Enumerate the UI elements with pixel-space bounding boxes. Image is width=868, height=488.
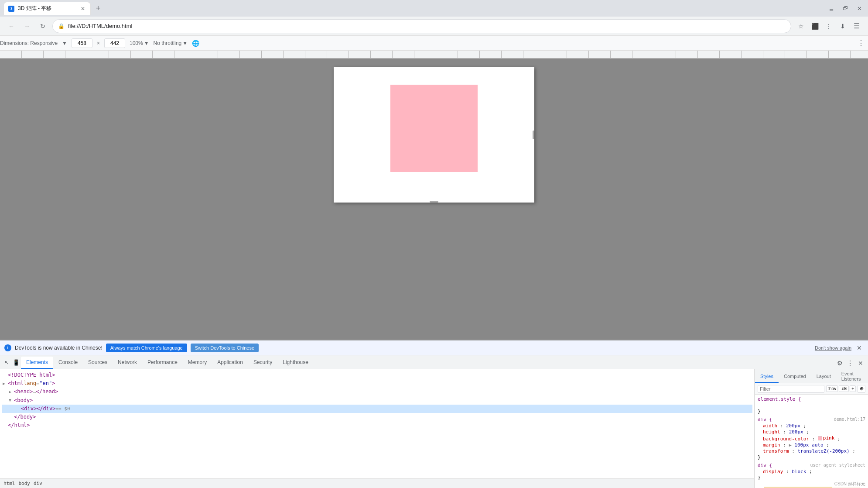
throttle-select[interactable]: No throttling ▼ [154,40,188,46]
tab-network[interactable]: Network [113,357,142,369]
devtools-content: <!DOCTYPE html> ▶ <html lang = "en" > [0,369,868,488]
tab-security[interactable]: Security [248,357,277,369]
box-model-section: margin 100 - 121 121 border - [758,483,865,488]
styles-sub-tabs: Styles Computed Layout Event Listeners >… [755,369,868,383]
title-bar: 3 3D 矩阵 - 平移 ✕ + 🗕 🗗 ✕ [0,0,868,17]
pseudo-filter-button[interactable]: :hov [826,385,838,392]
inspector-icon-button[interactable]: ↖ [2,357,11,368]
bm-margin-zone: margin 100 - 121 121 [764,487,860,488]
dimensions-x: × [97,40,100,46]
styles-tab-computed[interactable]: Computed [779,371,811,383]
css-prop-display: display : block ; [763,469,865,474]
window-controls: 🗕 🗗 ✕ [826,3,865,14]
css-prop-background-color: background-color : pink ; [763,435,865,442]
more-options-button[interactable]: ⋮ [858,39,868,47]
css-prop-margin: margin : ▶ 100px auto ; [763,442,865,448]
html-line-doctype[interactable]: <!DOCTYPE html> [2,371,752,379]
menu-button[interactable]: ☰ [851,20,863,32]
tab-memory[interactable]: Memory [183,357,212,369]
box-model-diagram: margin 100 - 121 121 border - [764,487,860,488]
device-toggle-button[interactable]: 📱 [11,357,21,368]
css-rule-element-style: element.style { } [758,396,865,414]
devtools-notification: i DevTools is now available in Chinese! … [0,340,868,355]
html-line-body[interactable]: ▼ <body> [2,396,752,405]
html-line-div[interactable]: <div></div> == $0 [2,405,752,413]
css-prop-width: width : 200px ; [763,423,865,429]
html-tree-panel: <!DOCTYPE html> ▶ <html lang = "en" > [0,369,755,488]
address-bar: ← → ↻ 🔒 file:///D:/HTML/demo.html ☆ ⬛ ⋮ … [0,17,868,36]
tab-favicon: 3 [8,6,14,12]
styles-tab-more[interactable]: >> [866,371,868,383]
styles-filter-bar: :hov .cls + ⊕ [755,383,868,395]
tab-console[interactable]: Console [53,357,83,369]
window-close-button[interactable]: ✕ [854,3,865,14]
downloads-button[interactable]: ⬇ [837,20,849,32]
styles-panel: Styles Computed Layout Event Listeners >… [755,369,868,488]
bookmark-button[interactable]: ☆ [795,20,807,32]
url-text: file:///D:/HTML/demo.html [68,23,786,29]
height-input[interactable] [104,38,125,48]
styles-tab-event-listeners[interactable]: Event Listeners [836,371,866,383]
width-input[interactable] [72,38,92,48]
tab-sources[interactable]: Sources [83,357,113,369]
styles-filter-input[interactable] [758,385,824,393]
resize-bar-right[interactable] [533,131,534,139]
network-info-icon[interactable]: 🌐 [192,40,199,47]
breadcrumb-body[interactable]: body [19,481,31,486]
window-minimize-button[interactable]: 🗕 [826,3,837,14]
resize-bar-bottom[interactable] [430,201,438,203]
tab-performance[interactable]: Performance [142,357,183,369]
html-line-html[interactable]: ▶ <html lang = "en" > [2,379,752,388]
browser-actions: ☆ ⬛ ⋮ ⬇ ☰ [795,20,863,32]
dimensions-dropdown-icon[interactable]: ▼ [62,40,67,46]
html-line-body-close[interactable]: </body> [2,413,752,421]
devtools-more-button[interactable]: ⋮ [845,358,855,368]
devtools-tabs-list: ↖ 📱 Elements Console Sources Network [0,355,832,369]
browser-window: 3 3D 矩阵 - 平移 ✕ + 🗕 🗗 ✕ ← → ↻ 🔒 file:///D… [0,0,868,488]
tab-application[interactable]: Application [212,357,248,369]
notification-close-button[interactable]: ✕ [855,344,864,352]
devtools-tab-actions: ⚙ ⋮ ✕ [832,358,868,368]
tab-title: 3D 矩阵 - 平移 [18,5,76,12]
dont-show-again-button[interactable]: Don't show again [815,345,851,351]
viewport-area [0,58,868,340]
forward-button[interactable]: → [21,20,33,32]
breadcrumb-div[interactable]: div [34,481,42,486]
match-language-button[interactable]: Always match Chrome's language [106,344,187,352]
class-filter-button[interactable]: .cls [839,385,849,392]
color-swatch[interactable] [818,436,822,440]
switch-to-chinese-button[interactable]: Switch DevTools to Chinese [191,344,259,352]
devtools-settings-button[interactable]: ⚙ [835,358,844,368]
html-line-html-close[interactable]: </html> [2,421,752,430]
responsive-toolbar: Dimensions: Responsive ▼ × 100% ▼ No thr… [0,36,868,51]
devtools-close-button[interactable]: ✕ [856,358,865,368]
main-content: i DevTools is now available in Chinese! … [0,58,868,488]
css-source-link[interactable]: demo.html:17 [834,417,865,423]
styles-tab-layout[interactable]: Layout [811,371,836,383]
demo-pink-div [390,85,478,172]
page-resize-handle-right[interactable] [533,131,534,139]
more-tools-button[interactable]: ⋮ [823,20,835,32]
url-input[interactable]: 🔒 file:///D:/HTML/demo.html [52,19,791,33]
css-prop-height: height : 200px ; [763,429,865,435]
tab-close-button[interactable]: ✕ [80,6,86,12]
breadcrumb-html[interactable]: html [3,481,15,486]
zoom-select[interactable]: 100% ▼ [130,40,149,46]
page-resize-handle-bottom[interactable] [430,201,438,203]
new-style-rule-button[interactable]: ⊕ [858,385,865,393]
styles-tab-styles[interactable]: Styles [755,371,779,383]
tab-lighthouse[interactable]: Lighthouse [277,357,314,369]
extensions-button[interactable]: ⬛ [809,20,821,32]
html-tree-content: <!DOCTYPE html> ▶ <html lang = "en" > [0,369,754,478]
add-style-button[interactable]: + [850,385,856,392]
css-ua-source: user agent stylesheet [810,463,865,468]
back-button[interactable]: ← [5,20,17,32]
notification-message: DevTools is now available in Chinese! [15,345,103,351]
reload-button[interactable]: ↻ [37,20,49,32]
breadcrumbs-bar: html body div [0,478,754,488]
active-tab[interactable]: 3 3D 矩阵 - 平移 ✕ [3,2,91,15]
new-tab-button[interactable]: + [92,3,104,14]
tab-elements[interactable]: Elements [21,357,53,369]
html-line-head[interactable]: ▶ <head> … </head> [2,388,752,396]
window-restore-button[interactable]: 🗗 [840,3,851,14]
